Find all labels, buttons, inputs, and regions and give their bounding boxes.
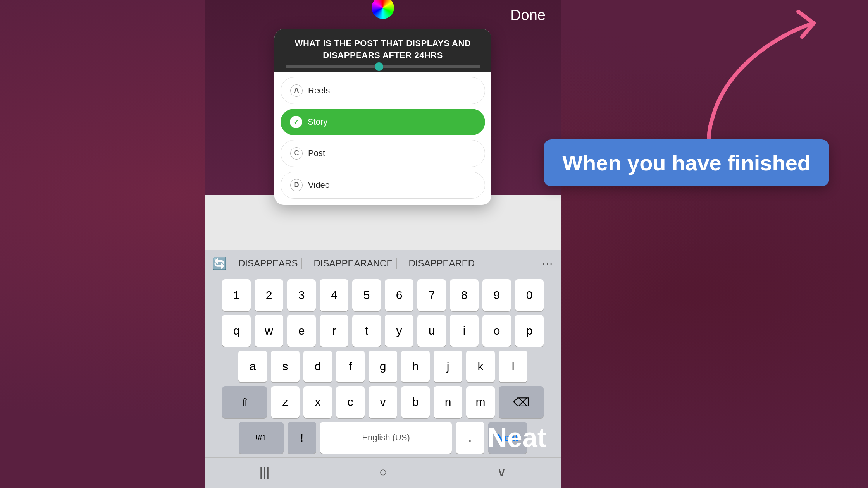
quiz-option-b[interactable]: ✓ Story — [281, 109, 485, 135]
key-n[interactable]: n — [434, 386, 462, 418]
key-z[interactable]: z — [271, 386, 300, 418]
nav-home-icon[interactable]: ○ — [379, 464, 387, 479]
numbers-toggle-key[interactable]: !#1 — [239, 422, 284, 454]
key-4[interactable]: 4 — [320, 279, 348, 311]
quiz-option-c[interactable]: C Post — [281, 140, 485, 167]
period-key[interactable]: . — [456, 422, 484, 454]
key-6[interactable]: 6 — [385, 279, 413, 311]
key-e[interactable]: e — [287, 315, 316, 347]
backspace-key[interactable]: ⌫ — [499, 386, 544, 418]
option-circle-a: A — [290, 84, 303, 97]
key-p[interactable]: p — [515, 315, 544, 347]
number-row: 1 2 3 4 5 6 7 8 9 0 — [208, 279, 557, 311]
bottom-nav: ||| ○ ∨ — [205, 457, 561, 488]
color-wheel-icon — [372, 0, 394, 19]
key-k[interactable]: k — [466, 351, 495, 382]
nav-recents-icon[interactable]: ∨ — [497, 464, 506, 479]
done-button[interactable]: Done — [510, 7, 546, 24]
option-circle-c: C — [290, 147, 303, 160]
key-g[interactable]: g — [369, 351, 397, 382]
key-b[interactable]: b — [401, 386, 430, 418]
exclamation-key[interactable]: ! — [288, 422, 316, 454]
key-0[interactable]: 0 — [515, 279, 544, 311]
option-text-a: Reels — [308, 86, 330, 96]
quiz-option-a[interactable]: A Reels — [281, 77, 485, 104]
key-9[interactable]: 9 — [482, 279, 511, 311]
shift-key[interactable]: ⇧ — [222, 386, 267, 418]
top-bar: Done — [205, 0, 561, 14]
key-t[interactable]: t — [352, 315, 381, 347]
key-m[interactable]: m — [466, 386, 495, 418]
key-q[interactable]: q — [222, 315, 251, 347]
key-f[interactable]: f — [336, 351, 365, 382]
quiz-slider-track[interactable] — [286, 65, 480, 68]
quiz-card: WHAT IS THE POST THAT DISPLAYS AND DISAP… — [274, 29, 491, 205]
key-i[interactable]: i — [450, 315, 479, 347]
quiz-option-d[interactable]: D Video — [281, 172, 485, 199]
autocomplete-word-3[interactable]: DISAPPEARED — [405, 258, 479, 269]
key-7[interactable]: 7 — [417, 279, 446, 311]
key-x[interactable]: x — [303, 386, 332, 418]
key-c[interactable]: c — [336, 386, 365, 418]
option-text-b: Story — [308, 117, 327, 127]
asdf-row: a s d f g h j k l — [208, 351, 557, 382]
key-d[interactable]: d — [303, 351, 332, 382]
option-circle-d: D — [290, 179, 303, 191]
quiz-options: A Reels ✓ Story C Post D Video — [274, 72, 491, 205]
option-circle-b: ✓ — [290, 116, 302, 128]
key-8[interactable]: 8 — [450, 279, 479, 311]
ellipsis-icon[interactable]: ··· — [542, 257, 553, 270]
key-3[interactable]: 3 — [287, 279, 316, 311]
finished-text: When you have finished — [562, 151, 811, 175]
autocomplete-bar: 🔄 DISAPPEARS DISAPPEARANCE DISAPPEARED ·… — [205, 250, 561, 277]
key-a[interactable]: a — [238, 351, 267, 382]
key-y[interactable]: y — [385, 315, 413, 347]
mic-icon[interactable]: 🔄 — [212, 257, 227, 270]
zxcv-row: ⇧ z x c v b n m ⌫ — [208, 386, 557, 418]
key-w[interactable]: w — [255, 315, 283, 347]
key-1[interactable]: 1 — [222, 279, 251, 311]
key-5[interactable]: 5 — [352, 279, 381, 311]
autocomplete-word-2[interactable]: DISAPPEARANCE — [310, 258, 397, 269]
option-text-d: Video — [308, 180, 330, 190]
space-key[interactable]: English (US) — [320, 422, 452, 454]
finished-box: When you have finished — [544, 139, 829, 186]
key-v[interactable]: v — [369, 386, 397, 418]
key-o[interactable]: o — [482, 315, 511, 347]
nav-back-icon[interactable]: ||| — [259, 464, 270, 479]
qwerty-row: q w e r t y u i o p — [208, 315, 557, 347]
option-text-c: Post — [308, 148, 325, 158]
key-j[interactable]: j — [434, 351, 462, 382]
key-l[interactable]: l — [499, 351, 527, 382]
key-2[interactable]: 2 — [255, 279, 283, 311]
quiz-slider-thumb — [375, 62, 383, 71]
key-h[interactable]: h — [401, 351, 430, 382]
key-r[interactable]: r — [320, 315, 348, 347]
autocomplete-word-1[interactable]: DISAPPEARS — [234, 258, 302, 269]
quiz-question: WHAT IS THE POST THAT DISPLAYS AND DISAP… — [274, 29, 491, 72]
key-u[interactable]: u — [417, 315, 446, 347]
key-s[interactable]: s — [271, 351, 300, 382]
neat-label: Neat — [487, 422, 546, 453]
